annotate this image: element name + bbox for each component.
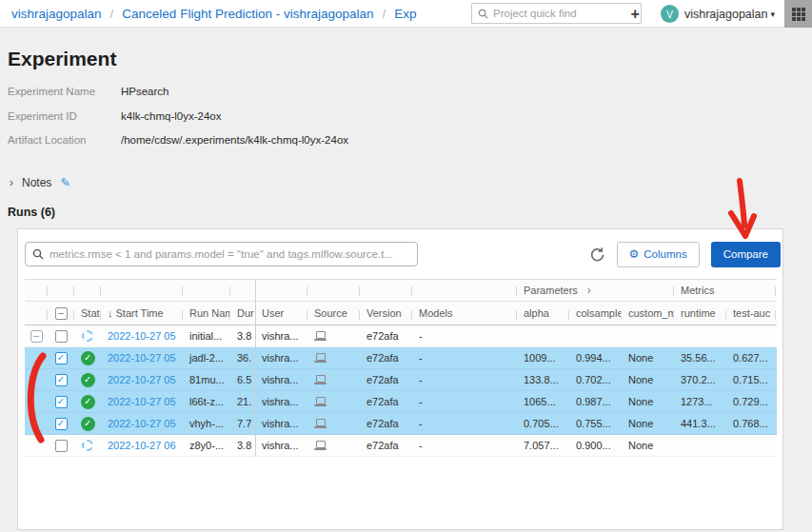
source-laptop-icon	[314, 397, 327, 406]
status-success-icon: ✓	[81, 395, 95, 409]
sort-desc-icon: ↓	[108, 307, 113, 319]
run-cell-custom_metric	[622, 325, 674, 346]
run-cell-runtime	[674, 325, 726, 346]
breadcrumb: vishrajagopalan / Canceled Flight Predic…	[11, 7, 466, 21]
indeterminate-checkbox-icon[interactable]: –	[55, 307, 68, 320]
run-cell-alpha	[517, 325, 569, 346]
run-row[interactable]: 2022-10-27 06z8y0-...3.8vishra...e72afa-…	[25, 435, 777, 457]
row-checkbox[interactable]: ✓	[55, 418, 68, 430]
row-checkbox[interactable]	[55, 440, 68, 452]
run-cell-custom_metric: None	[622, 369, 674, 390]
run-cell-models: -	[412, 325, 517, 346]
run-cell-user: vishra...	[255, 347, 307, 368]
parameters-group-header[interactable]: Parameters ›	[517, 280, 674, 301]
run-cell-duration: 21.	[230, 391, 255, 412]
run-cell-version: e72afa	[360, 413, 412, 434]
runs-filter[interactable]	[25, 242, 418, 266]
project-quick-find[interactable]	[471, 3, 642, 24]
run-cell-duration: 36.	[230, 347, 255, 368]
artifact-location-label: Artifact Location	[8, 134, 121, 146]
header-version: Version	[360, 302, 412, 325]
run-cell-models: -	[412, 369, 517, 390]
runs-filter-input[interactable]	[50, 248, 410, 260]
run-cell-run_name: 81mu...	[183, 369, 230, 390]
breadcrumb-separator: /	[110, 7, 114, 21]
breadcrumb-user[interactable]: vishrajagopalan	[11, 7, 102, 21]
source-laptop-icon	[314, 419, 327, 428]
run-cell-colsample: 0.755...	[569, 413, 622, 434]
run-cell-colsample: 0.987...	[569, 391, 622, 412]
experiment-id-label: Experiment ID	[8, 110, 121, 122]
experiment-name-label: Experiment Name	[8, 86, 121, 97]
runs-table: Parameters › Metrics – Stat ↓ Start Time…	[25, 279, 777, 457]
run-cell-duration: 3.8	[230, 435, 255, 456]
edit-notes-icon[interactable]: ✎	[60, 175, 69, 189]
run-start-time-link[interactable]: 2022-10-27 05	[108, 418, 176, 429]
breadcrumb-project[interactable]: Canceled Flight Prediction - vishrajagop…	[122, 7, 373, 21]
row-checkbox[interactable]: ✓	[55, 396, 68, 408]
run-row[interactable]: ✓✓2022-10-27 0581mu...6.5vishra...e72afa…	[25, 369, 777, 391]
metrics-group-header: Metrics	[674, 280, 776, 301]
row-checkbox[interactable]: ✓	[55, 374, 68, 386]
quick-find-input[interactable]	[493, 8, 635, 19]
run-cell-test_auc: 0.627...	[726, 347, 776, 368]
run-cell-test_auc	[726, 435, 776, 456]
run-cell-run_name: jadl-2...	[183, 347, 230, 368]
source-laptop-icon	[314, 441, 327, 450]
search-icon	[478, 9, 488, 19]
notes-label: Notes	[22, 176, 51, 189]
user-menu[interactable]: vishrajagopalan	[684, 8, 768, 21]
run-cell-version: e72afa	[360, 347, 412, 368]
run-cell-duration: 7.7	[230, 413, 255, 434]
header-runtime: runtime	[674, 302, 726, 325]
run-cell-alpha: 133.8...	[517, 369, 569, 390]
runs-toolbar: ⚙ Columns Compare	[18, 229, 782, 279]
notes-expand-icon[interactable]: ›	[10, 176, 13, 189]
run-cell-alpha: 1009...	[517, 347, 569, 368]
run-start-time-link[interactable]: 2022-10-27 05	[108, 396, 176, 407]
header-source: Source	[307, 302, 360, 325]
run-row[interactable]: –2022-10-27 05initial...3.8vishra...e72a…	[25, 325, 777, 347]
run-cell-runtime	[674, 435, 726, 456]
run-row[interactable]: ✓✓2022-10-27 05jadl-2...36.vishra...e72a…	[25, 347, 777, 369]
header-start-time[interactable]: ↓ Start Time	[101, 302, 183, 325]
run-cell-models: -	[412, 435, 517, 456]
run-cell-duration: 3.8	[230, 325, 255, 346]
run-cell-colsample	[569, 325, 622, 346]
run-cell-version: e72afa	[360, 391, 412, 412]
run-cell-test_auc: 0.715...	[726, 369, 776, 390]
run-cell-custom_metric: None	[622, 391, 674, 412]
run-cell-runtime: 1273...	[674, 391, 726, 412]
compare-button[interactable]: Compare	[711, 242, 781, 267]
run-cell-run_name: initial...	[183, 325, 230, 346]
run-start-time-link[interactable]: 2022-10-27 05	[108, 374, 176, 385]
row-checkbox[interactable]: ✓	[55, 352, 68, 365]
run-row[interactable]: ✓✓2022-10-27 05l66t-z...21.vishra...e72a…	[25, 391, 777, 413]
add-new-icon[interactable]: +	[631, 7, 640, 22]
run-start-time-link[interactable]: 2022-10-27 05	[108, 352, 176, 364]
select-all-checkbox[interactable]: –	[48, 302, 74, 325]
experiment-name-value: HPsearch	[121, 86, 169, 97]
status-success-icon: ✓	[81, 351, 95, 365]
run-cell-alpha: 0.705...	[517, 413, 569, 434]
apps-grid-button[interactable]	[784, 0, 812, 28]
breadcrumb-experiments[interactable]: Exp	[394, 7, 416, 21]
run-cell-run_name: vhyh-...	[183, 413, 230, 434]
row-expander-toggle[interactable]: –	[30, 330, 43, 343]
run-row[interactable]: ✓✓2022-10-27 05vhyh-...7.7vishra...e72af…	[25, 413, 777, 435]
run-cell-alpha: 7.057...	[517, 435, 569, 456]
columns-button[interactable]: ⚙ Columns	[617, 242, 700, 267]
notes-section: › Notes ✎	[10, 175, 70, 189]
avatar[interactable]: V	[661, 5, 679, 23]
artifact-location-value: /home/cdsw/.experiments/k4lk-chmq-l0yx-2…	[121, 134, 348, 146]
run-cell-runtime: 35.56...	[674, 347, 726, 368]
header-status: Stat	[74, 302, 101, 325]
header-test-auc: test-auc	[726, 302, 776, 325]
row-checkbox[interactable]	[55, 330, 68, 343]
run-start-time-link[interactable]: 2022-10-27 06	[108, 440, 176, 451]
expand-parameters-icon[interactable]: ›	[587, 284, 591, 297]
run-cell-user: vishra...	[255, 391, 307, 412]
run-start-time-link[interactable]: 2022-10-27 05	[108, 330, 176, 342]
grid-icon	[792, 8, 805, 21]
refresh-icon[interactable]	[589, 246, 605, 263]
